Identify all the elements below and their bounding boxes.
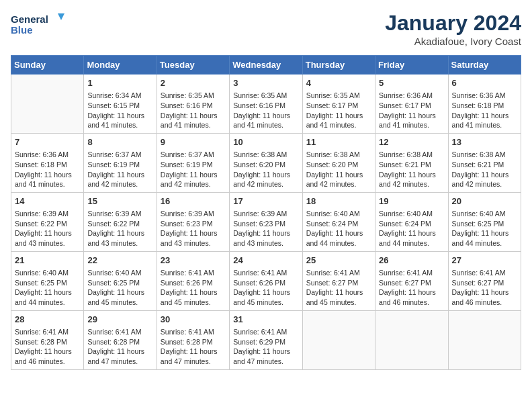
day-info: Sunrise: 6:35 AMSunset: 6:16 PMDaylight:… xyxy=(233,91,298,130)
calendar-cell: 3Sunrise: 6:35 AMSunset: 6:16 PMDaylight… xyxy=(230,75,302,134)
day-number: 11 xyxy=(306,136,371,148)
calendar-cell: 19Sunrise: 6:40 AMSunset: 6:24 PMDayligh… xyxy=(375,192,448,251)
calendar-cell: 29Sunrise: 6:41 AMSunset: 6:28 PMDayligh… xyxy=(84,310,157,369)
day-info: Sunrise: 6:36 AMSunset: 6:18 PMDaylight:… xyxy=(15,150,80,189)
calendar-cell: 17Sunrise: 6:39 AMSunset: 6:23 PMDayligh… xyxy=(230,192,302,251)
day-number: 23 xyxy=(161,255,226,267)
day-info: Sunrise: 6:40 AMSunset: 6:25 PMDaylight:… xyxy=(15,268,80,308)
day-number: 10 xyxy=(233,136,298,148)
calendar-cell: 2Sunrise: 6:35 AMSunset: 6:16 PMDaylight… xyxy=(157,75,229,134)
location-subtitle: Akadiafoue, Ivory Coast xyxy=(385,36,521,47)
calendar-cell: 9Sunrise: 6:37 AMSunset: 6:19 PMDaylight… xyxy=(157,133,229,192)
day-info: Sunrise: 6:38 AMSunset: 6:21 PMDaylight:… xyxy=(452,150,517,189)
day-info: Sunrise: 6:41 AMSunset: 6:28 PMDaylight:… xyxy=(15,327,80,367)
day-info: Sunrise: 6:40 AMSunset: 6:25 PMDaylight:… xyxy=(87,268,152,308)
calendar-cell: 21Sunrise: 6:40 AMSunset: 6:25 PMDayligh… xyxy=(11,251,84,310)
day-number: 31 xyxy=(233,314,298,326)
day-number: 25 xyxy=(306,255,371,267)
title-block: January 2024 Akadiafoue, Ivory Coast xyxy=(385,11,521,47)
day-info: Sunrise: 6:39 AMSunset: 6:23 PMDaylight:… xyxy=(233,209,298,248)
day-number: 13 xyxy=(452,136,517,148)
day-info: Sunrise: 6:36 AMSunset: 6:17 PMDaylight:… xyxy=(379,91,444,130)
header-day: Tuesday xyxy=(157,56,229,75)
svg-text:Blue: Blue xyxy=(11,24,33,36)
calendar-cell: 24Sunrise: 6:41 AMSunset: 6:26 PMDayligh… xyxy=(230,251,302,310)
day-number: 6 xyxy=(452,77,517,89)
day-info: Sunrise: 6:40 AMSunset: 6:24 PMDaylight:… xyxy=(379,209,444,248)
header-day: Sunday xyxy=(11,56,84,75)
day-info: Sunrise: 6:41 AMSunset: 6:27 PMDaylight:… xyxy=(452,268,517,308)
day-info: Sunrise: 6:41 AMSunset: 6:29 PMDaylight:… xyxy=(233,327,298,367)
day-number: 24 xyxy=(233,255,298,267)
day-number: 2 xyxy=(161,77,226,89)
calendar-cell xyxy=(375,310,448,369)
calendar-week-row: 28Sunrise: 6:41 AMSunset: 6:28 PMDayligh… xyxy=(11,310,521,369)
day-info: Sunrise: 6:37 AMSunset: 6:19 PMDaylight:… xyxy=(87,150,152,189)
calendar-cell: 6Sunrise: 6:36 AMSunset: 6:18 PMDaylight… xyxy=(448,75,521,134)
calendar-week-row: 14Sunrise: 6:39 AMSunset: 6:22 PMDayligh… xyxy=(11,192,521,251)
calendar-cell: 30Sunrise: 6:41 AMSunset: 6:28 PMDayligh… xyxy=(157,310,229,369)
day-info: Sunrise: 6:39 AMSunset: 6:22 PMDaylight:… xyxy=(15,209,80,248)
day-number: 19 xyxy=(379,195,444,208)
header-day: Thursday xyxy=(302,56,375,75)
calendar-cell xyxy=(11,75,84,134)
month-title: January 2024 xyxy=(385,11,521,36)
calendar-table: SundayMondayTuesdayWednesdayThursdayFrid… xyxy=(11,55,521,370)
calendar-cell: 20Sunrise: 6:40 AMSunset: 6:25 PMDayligh… xyxy=(448,192,521,251)
day-info: Sunrise: 6:39 AMSunset: 6:23 PMDaylight:… xyxy=(161,209,226,248)
calendar-cell: 22Sunrise: 6:40 AMSunset: 6:25 PMDayligh… xyxy=(84,251,157,310)
day-number: 12 xyxy=(379,136,444,148)
day-number: 4 xyxy=(306,77,371,89)
header-row: SundayMondayTuesdayWednesdayThursdayFrid… xyxy=(11,56,521,75)
calendar-cell: 18Sunrise: 6:40 AMSunset: 6:24 PMDayligh… xyxy=(302,192,375,251)
header-day: Wednesday xyxy=(230,56,302,75)
calendar-cell: 23Sunrise: 6:41 AMSunset: 6:26 PMDayligh… xyxy=(157,251,229,310)
calendar-week-row: 7Sunrise: 6:36 AMSunset: 6:18 PMDaylight… xyxy=(11,133,521,192)
calendar-cell: 14Sunrise: 6:39 AMSunset: 6:22 PMDayligh… xyxy=(11,192,84,251)
calendar-cell: 11Sunrise: 6:38 AMSunset: 6:20 PMDayligh… xyxy=(302,133,375,192)
calendar-cell: 4Sunrise: 6:35 AMSunset: 6:17 PMDaylight… xyxy=(302,75,375,134)
day-number: 20 xyxy=(452,195,517,208)
calendar-cell: 13Sunrise: 6:38 AMSunset: 6:21 PMDayligh… xyxy=(448,133,521,192)
calendar-cell: 8Sunrise: 6:37 AMSunset: 6:19 PMDaylight… xyxy=(84,133,157,192)
calendar-cell xyxy=(448,310,521,369)
day-number: 29 xyxy=(87,314,152,326)
day-info: Sunrise: 6:41 AMSunset: 6:27 PMDaylight:… xyxy=(306,268,371,308)
day-info: Sunrise: 6:35 AMSunset: 6:17 PMDaylight:… xyxy=(306,91,371,130)
day-number: 16 xyxy=(161,195,226,208)
day-info: Sunrise: 6:41 AMSunset: 6:28 PMDaylight:… xyxy=(161,327,226,367)
day-info: Sunrise: 6:36 AMSunset: 6:18 PMDaylight:… xyxy=(452,91,517,130)
day-number: 17 xyxy=(233,195,298,208)
day-info: Sunrise: 6:37 AMSunset: 6:19 PMDaylight:… xyxy=(161,150,226,189)
day-info: Sunrise: 6:40 AMSunset: 6:24 PMDaylight:… xyxy=(306,209,371,248)
day-number: 14 xyxy=(15,195,80,208)
calendar-cell: 26Sunrise: 6:41 AMSunset: 6:27 PMDayligh… xyxy=(375,251,448,310)
day-number: 27 xyxy=(452,255,517,267)
calendar-cell: 5Sunrise: 6:36 AMSunset: 6:17 PMDaylight… xyxy=(375,75,448,134)
day-number: 3 xyxy=(233,77,298,89)
day-info: Sunrise: 6:40 AMSunset: 6:25 PMDaylight:… xyxy=(452,209,517,248)
day-number: 26 xyxy=(379,255,444,267)
calendar-cell: 27Sunrise: 6:41 AMSunset: 6:27 PMDayligh… xyxy=(448,251,521,310)
day-info: Sunrise: 6:34 AMSunset: 6:15 PMDaylight:… xyxy=(87,91,152,130)
calendar-cell: 28Sunrise: 6:41 AMSunset: 6:28 PMDayligh… xyxy=(11,310,84,369)
calendar-cell: 10Sunrise: 6:38 AMSunset: 6:20 PMDayligh… xyxy=(230,133,302,192)
header-day: Friday xyxy=(375,56,448,75)
calendar-week-row: 1Sunrise: 6:34 AMSunset: 6:15 PMDaylight… xyxy=(11,75,521,134)
day-info: Sunrise: 6:41 AMSunset: 6:28 PMDaylight:… xyxy=(87,327,152,367)
page-header: General Blue January 2024 Akadiafoue, Iv… xyxy=(11,11,521,47)
day-number: 1 xyxy=(87,77,152,89)
calendar-cell: 16Sunrise: 6:39 AMSunset: 6:23 PMDayligh… xyxy=(157,192,229,251)
calendar-cell: 15Sunrise: 6:39 AMSunset: 6:22 PMDayligh… xyxy=(84,192,157,251)
day-info: Sunrise: 6:35 AMSunset: 6:16 PMDaylight:… xyxy=(161,91,226,130)
day-info: Sunrise: 6:38 AMSunset: 6:21 PMDaylight:… xyxy=(379,150,444,189)
day-info: Sunrise: 6:38 AMSunset: 6:20 PMDaylight:… xyxy=(233,150,298,189)
calendar-cell: 31Sunrise: 6:41 AMSunset: 6:29 PMDayligh… xyxy=(230,310,302,369)
svg-text:General: General xyxy=(11,13,48,25)
calendar-cell: 12Sunrise: 6:38 AMSunset: 6:21 PMDayligh… xyxy=(375,133,448,192)
day-info: Sunrise: 6:38 AMSunset: 6:20 PMDaylight:… xyxy=(306,150,371,189)
day-info: Sunrise: 6:41 AMSunset: 6:27 PMDaylight:… xyxy=(379,268,444,308)
day-number: 22 xyxy=(87,255,152,267)
day-number: 21 xyxy=(15,255,80,267)
calendar-cell: 7Sunrise: 6:36 AMSunset: 6:18 PMDaylight… xyxy=(11,133,84,192)
